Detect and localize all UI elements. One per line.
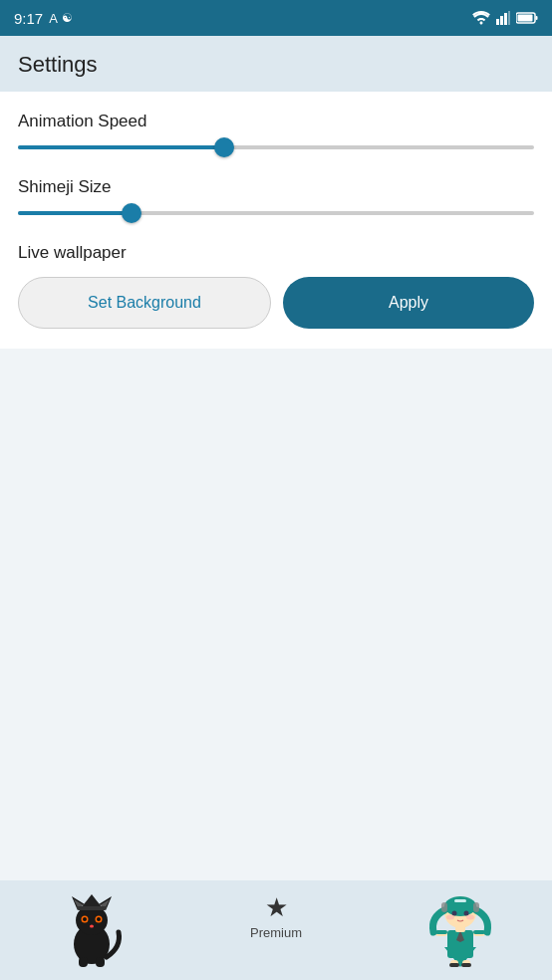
live-wallpaper-buttons: Set Background Apply — [18, 277, 534, 329]
status-bar-left: 9:17 A ☯ — [14, 10, 73, 27]
animation-speed-label: Animation Speed — [18, 112, 534, 131]
svg-rect-6 — [518, 15, 533, 22]
svg-rect-3 — [508, 11, 510, 25]
notification-icon: A — [49, 11, 58, 26]
signal-icon — [496, 11, 510, 25]
set-background-button[interactable]: Set Background — [18, 277, 271, 329]
cat-sprite — [57, 892, 127, 967]
header: Settings — [0, 36, 552, 92]
alert-icon: ☯ — [62, 11, 73, 25]
svg-rect-37 — [454, 899, 466, 902]
shimeji-size-section: Shimeji Size — [18, 177, 534, 215]
svg-rect-0 — [496, 19, 499, 25]
status-time: 9:17 — [14, 10, 43, 27]
empty-area — [0, 349, 552, 737]
nav-item-hatsune[interactable] — [368, 888, 552, 967]
nav-item-premium[interactable]: ★ Premium — [184, 888, 369, 940]
svg-point-16 — [97, 917, 101, 921]
live-wallpaper-label: Live wallpaper — [18, 243, 534, 263]
shimeji-size-thumb[interactable] — [122, 203, 141, 223]
svg-point-34 — [466, 915, 474, 920]
wifi-icon — [472, 11, 490, 25]
nav-item-cat[interactable] — [0, 888, 184, 967]
shimeji-size-track[interactable] — [18, 211, 534, 215]
animation-speed-thumb[interactable] — [214, 137, 234, 157]
svg-rect-36 — [473, 902, 479, 912]
premium-label: Premium — [250, 925, 302, 940]
svg-point-17 — [90, 925, 94, 928]
bottom-nav: ★ Premium — [0, 880, 552, 980]
svg-rect-2 — [504, 13, 507, 25]
svg-rect-41 — [461, 963, 471, 967]
svg-rect-26 — [435, 930, 447, 934]
animation-speed-section: Animation Speed — [18, 112, 534, 149]
svg-rect-5 — [536, 16, 538, 20]
shimeji-size-label: Shimeji Size — [18, 177, 534, 197]
svg-point-33 — [446, 915, 454, 920]
svg-rect-20 — [79, 957, 88, 967]
svg-point-31 — [451, 911, 456, 916]
svg-rect-21 — [96, 957, 105, 967]
shimeji-size-fill — [18, 211, 132, 215]
star-icon: ★ — [265, 892, 288, 923]
status-bar: 9:17 A ☯ — [0, 0, 552, 36]
svg-rect-19 — [77, 906, 107, 910]
battery-icon — [516, 12, 538, 24]
svg-rect-35 — [441, 902, 447, 912]
status-icons-right — [472, 11, 538, 25]
status-icons-left: A ☯ — [49, 11, 73, 26]
animation-speed-fill — [18, 145, 224, 149]
svg-rect-40 — [449, 963, 459, 967]
svg-marker-18 — [81, 894, 103, 908]
svg-point-32 — [463, 911, 468, 916]
page-title: Settings — [18, 52, 98, 77]
apply-button[interactable]: Apply — [283, 277, 534, 329]
svg-rect-1 — [500, 16, 503, 25]
svg-point-15 — [83, 917, 87, 921]
settings-content: Animation Speed Shimeji Size Live wallpa… — [0, 92, 552, 349]
animation-speed-track[interactable] — [18, 145, 534, 149]
svg-rect-27 — [473, 930, 485, 934]
hatsune-sprite — [425, 892, 495, 967]
